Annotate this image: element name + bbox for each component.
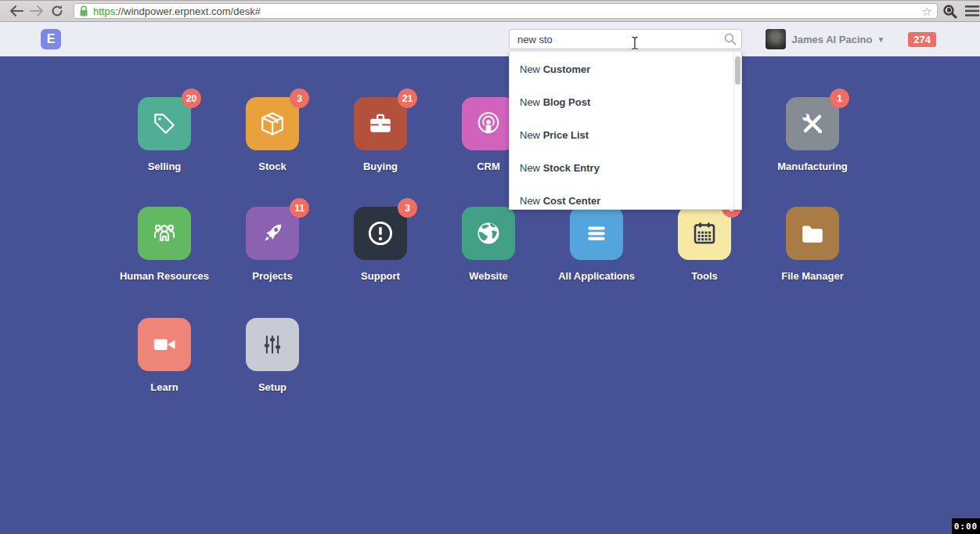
module-tile[interactable]: 3 <box>354 207 407 260</box>
module-file-manager[interactable]: File Manager <box>758 207 867 282</box>
module-tile[interactable] <box>138 207 191 260</box>
back-button[interactable] <box>6 2 27 20</box>
user-area: James Al Pacino ▼ 274 <box>766 22 936 56</box>
sliders-icon <box>259 331 286 358</box>
manufacturing-icon <box>798 110 827 138</box>
module-label: Manufacturing <box>758 161 867 172</box>
text-cursor <box>631 36 639 50</box>
module-label: Setup <box>218 381 326 393</box>
module-label: Website <box>434 270 542 282</box>
count-badge: 3 <box>398 198 417 218</box>
search-suggestion[interactable]: New Price List <box>510 119 741 152</box>
recording-timer: 0:00 <box>952 518 980 534</box>
support-icon <box>366 218 395 248</box>
count-badge: 1 <box>830 88 849 108</box>
desk-background: 20Selling3Stock21BuyingCRM1Manufacturing… <box>0 56 980 534</box>
url-text: https://windpower.erpnext.com/desk# <box>93 5 261 17</box>
module-tile[interactable] <box>138 318 191 371</box>
user-name[interactable]: James Al Pacino <box>792 34 873 45</box>
module-stock[interactable]: 3Stock <box>218 97 326 172</box>
global-search: New CustomerNew Blog PostNew Price ListN… <box>509 29 742 49</box>
extension-search-icon[interactable] <box>942 4 957 19</box>
notification-badge[interactable]: 274 <box>908 32 936 47</box>
search-suggestion[interactable]: New Stock Entry <box>510 152 741 185</box>
search-icon <box>724 33 737 45</box>
search-suggestion[interactable]: New Cost Center <box>510 185 741 210</box>
module-tools[interactable]: 3Tools <box>650 207 758 282</box>
module-tile[interactable] <box>462 207 515 260</box>
module-tile[interactable]: 3 <box>246 97 299 150</box>
search-suggestions-dropdown: New CustomerNew Blog PostNew Price ListN… <box>509 52 742 210</box>
module-projects[interactable]: 11Projects <box>218 207 326 282</box>
module-label: Learn <box>110 381 218 393</box>
dropdown-scrollbar-track[interactable] <box>733 52 741 210</box>
count-badge: 11 <box>290 198 309 218</box>
search-suggestion[interactable]: New Blog Post <box>510 86 741 119</box>
search-input[interactable] <box>509 29 742 49</box>
folder-icon <box>798 219 827 247</box>
people-icon <box>150 218 179 248</box>
search-suggestion[interactable]: New Customer <box>510 53 741 86</box>
chevron-down-icon[interactable]: ▼ <box>877 35 885 44</box>
module-selling[interactable]: 20Selling <box>110 97 218 172</box>
url-scheme: https <box>93 5 115 17</box>
url-bar[interactable]: https://windpower.erpnext.com/desk# ☆ <box>74 3 938 19</box>
module-label: Projects <box>218 270 326 282</box>
module-label: Buying <box>326 161 434 172</box>
globe-icon <box>474 219 503 247</box>
module-buying[interactable]: 21Buying <box>326 97 434 172</box>
url-rest: ://windpower.erpnext.com/desk# <box>115 5 261 17</box>
padlock-icon <box>79 5 88 17</box>
reload-button[interactable] <box>47 2 67 20</box>
module-learn[interactable]: Learn <box>110 318 218 393</box>
suggestion-list: New CustomerNew Blog PostNew Price ListN… <box>510 52 741 210</box>
calendar-icon <box>690 219 719 247</box>
list-icon <box>583 220 610 247</box>
video-icon <box>150 330 178 359</box>
app-logo[interactable]: E <box>41 29 61 49</box>
module-all-applications[interactable]: All Applications <box>542 207 650 282</box>
module-label: File Manager <box>758 270 867 282</box>
count-badge: 21 <box>398 88 417 108</box>
box-icon <box>258 110 286 138</box>
forward-button[interactable] <box>27 2 47 20</box>
module-label: Human Resources <box>110 270 218 282</box>
count-badge: 3 <box>290 88 309 108</box>
module-tile[interactable] <box>246 318 299 371</box>
dropdown-scrollbar-thumb[interactable] <box>735 56 740 85</box>
avatar[interactable] <box>766 29 786 49</box>
module-tile[interactable]: 3 <box>678 207 731 260</box>
module-support[interactable]: 3Support <box>326 207 434 282</box>
menu-icon[interactable] <box>965 5 979 16</box>
tag-icon <box>150 110 178 138</box>
briefcase-icon <box>367 110 394 137</box>
module-tile[interactable]: 1 <box>786 97 839 150</box>
module-tile[interactable] <box>462 97 515 150</box>
module-label: Stock <box>218 161 326 172</box>
module-setup[interactable]: Setup <box>218 318 326 393</box>
module-label: Support <box>326 270 434 282</box>
module-manufacturing[interactable]: 1Manufacturing <box>758 97 867 172</box>
module-tile[interactable]: 21 <box>354 97 407 150</box>
module-tile[interactable] <box>570 207 623 260</box>
module-label: All Applications <box>542 270 650 282</box>
bookmark-star-icon[interactable]: ☆ <box>922 5 932 19</box>
broadcast-icon <box>474 110 503 138</box>
module-tile[interactable]: 20 <box>138 97 191 150</box>
module-label: Tools <box>650 270 758 282</box>
count-badge: 20 <box>182 88 201 108</box>
module-tile[interactable] <box>786 207 839 260</box>
module-website[interactable]: Website <box>434 207 542 282</box>
module-label: Selling <box>110 161 218 172</box>
module-tile[interactable]: 11 <box>246 207 299 260</box>
browser-chrome: https://windpower.erpnext.com/desk# ☆ <box>0 0 980 22</box>
app-navbar: E New CustomerNew Blog PostNew Price Lis… <box>0 22 980 56</box>
rocket-icon <box>258 219 286 247</box>
module-human-resources[interactable]: Human Resources <box>110 207 218 282</box>
